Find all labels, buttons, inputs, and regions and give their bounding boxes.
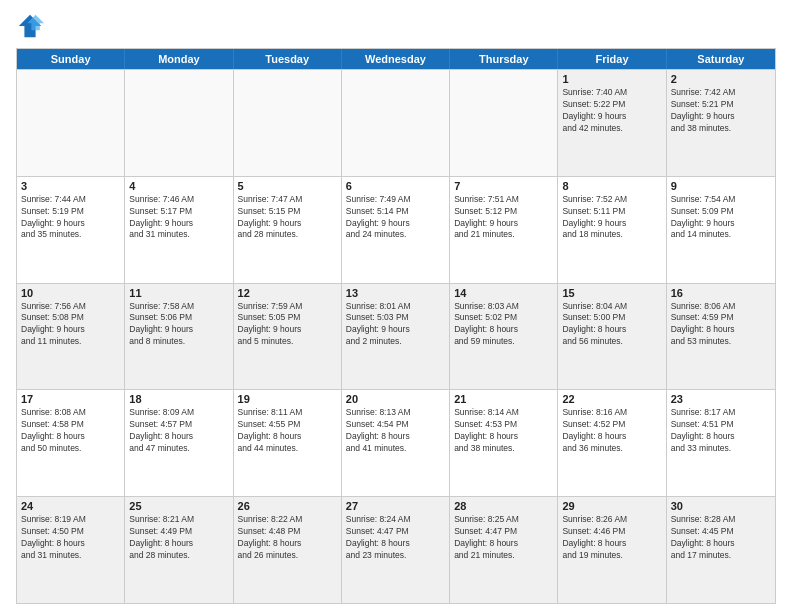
- calendar-cell: [125, 70, 233, 176]
- day-number: 17: [21, 393, 120, 405]
- calendar-cell: 19Sunrise: 8:11 AM Sunset: 4:55 PM Dayli…: [234, 390, 342, 496]
- calendar-cell: 9Sunrise: 7:54 AM Sunset: 5:09 PM Daylig…: [667, 177, 775, 283]
- day-info: Sunrise: 7:58 AM Sunset: 5:06 PM Dayligh…: [129, 301, 228, 349]
- day-number: 14: [454, 287, 553, 299]
- calendar-cell: 21Sunrise: 8:14 AM Sunset: 4:53 PM Dayli…: [450, 390, 558, 496]
- day-info: Sunrise: 8:26 AM Sunset: 4:46 PM Dayligh…: [562, 514, 661, 562]
- day-number: 11: [129, 287, 228, 299]
- calendar-row-4: 17Sunrise: 8:08 AM Sunset: 4:58 PM Dayli…: [17, 389, 775, 496]
- day-info: Sunrise: 7:52 AM Sunset: 5:11 PM Dayligh…: [562, 194, 661, 242]
- day-info: Sunrise: 8:08 AM Sunset: 4:58 PM Dayligh…: [21, 407, 120, 455]
- calendar-cell: 3Sunrise: 7:44 AM Sunset: 5:19 PM Daylig…: [17, 177, 125, 283]
- day-number: 2: [671, 73, 771, 85]
- day-info: Sunrise: 7:54 AM Sunset: 5:09 PM Dayligh…: [671, 194, 771, 242]
- day-number: 18: [129, 393, 228, 405]
- calendar-cell: 6Sunrise: 7:49 AM Sunset: 5:14 PM Daylig…: [342, 177, 450, 283]
- day-info: Sunrise: 7:49 AM Sunset: 5:14 PM Dayligh…: [346, 194, 445, 242]
- calendar-cell: 4Sunrise: 7:46 AM Sunset: 5:17 PM Daylig…: [125, 177, 233, 283]
- calendar-cell: 16Sunrise: 8:06 AM Sunset: 4:59 PM Dayli…: [667, 284, 775, 390]
- day-info: Sunrise: 8:24 AM Sunset: 4:47 PM Dayligh…: [346, 514, 445, 562]
- day-number: 15: [562, 287, 661, 299]
- calendar-cell: 25Sunrise: 8:21 AM Sunset: 4:49 PM Dayli…: [125, 497, 233, 603]
- day-number: 16: [671, 287, 771, 299]
- day-number: 6: [346, 180, 445, 192]
- day-info: Sunrise: 8:13 AM Sunset: 4:54 PM Dayligh…: [346, 407, 445, 455]
- day-info: Sunrise: 8:28 AM Sunset: 4:45 PM Dayligh…: [671, 514, 771, 562]
- calendar-cell: 17Sunrise: 8:08 AM Sunset: 4:58 PM Dayli…: [17, 390, 125, 496]
- header-day-saturday: Saturday: [667, 49, 775, 69]
- calendar-body: 1Sunrise: 7:40 AM Sunset: 5:22 PM Daylig…: [17, 69, 775, 603]
- day-info: Sunrise: 7:46 AM Sunset: 5:17 PM Dayligh…: [129, 194, 228, 242]
- day-number: 24: [21, 500, 120, 512]
- calendar-cell: 1Sunrise: 7:40 AM Sunset: 5:22 PM Daylig…: [558, 70, 666, 176]
- day-number: 30: [671, 500, 771, 512]
- calendar-cell: 22Sunrise: 8:16 AM Sunset: 4:52 PM Dayli…: [558, 390, 666, 496]
- day-info: Sunrise: 7:47 AM Sunset: 5:15 PM Dayligh…: [238, 194, 337, 242]
- logo: [16, 12, 48, 40]
- calendar-cell: 23Sunrise: 8:17 AM Sunset: 4:51 PM Dayli…: [667, 390, 775, 496]
- day-info: Sunrise: 7:59 AM Sunset: 5:05 PM Dayligh…: [238, 301, 337, 349]
- header-day-tuesday: Tuesday: [234, 49, 342, 69]
- calendar-row-3: 10Sunrise: 7:56 AM Sunset: 5:08 PM Dayli…: [17, 283, 775, 390]
- day-number: 19: [238, 393, 337, 405]
- calendar-cell: 7Sunrise: 7:51 AM Sunset: 5:12 PM Daylig…: [450, 177, 558, 283]
- day-number: 8: [562, 180, 661, 192]
- calendar-cell: 10Sunrise: 7:56 AM Sunset: 5:08 PM Dayli…: [17, 284, 125, 390]
- day-number: 1: [562, 73, 661, 85]
- calendar-cell: 28Sunrise: 8:25 AM Sunset: 4:47 PM Dayli…: [450, 497, 558, 603]
- calendar-cell: 20Sunrise: 8:13 AM Sunset: 4:54 PM Dayli…: [342, 390, 450, 496]
- day-info: Sunrise: 8:03 AM Sunset: 5:02 PM Dayligh…: [454, 301, 553, 349]
- day-number: 10: [21, 287, 120, 299]
- day-info: Sunrise: 8:04 AM Sunset: 5:00 PM Dayligh…: [562, 301, 661, 349]
- calendar-cell: 8Sunrise: 7:52 AM Sunset: 5:11 PM Daylig…: [558, 177, 666, 283]
- calendar-cell: 29Sunrise: 8:26 AM Sunset: 4:46 PM Dayli…: [558, 497, 666, 603]
- calendar-cell: 15Sunrise: 8:04 AM Sunset: 5:00 PM Dayli…: [558, 284, 666, 390]
- day-number: 23: [671, 393, 771, 405]
- header-day-friday: Friday: [558, 49, 666, 69]
- day-number: 27: [346, 500, 445, 512]
- header-day-wednesday: Wednesday: [342, 49, 450, 69]
- calendar-cell: 26Sunrise: 8:22 AM Sunset: 4:48 PM Dayli…: [234, 497, 342, 603]
- calendar-header: SundayMondayTuesdayWednesdayThursdayFrid…: [17, 49, 775, 69]
- calendar-cell: [342, 70, 450, 176]
- day-number: 29: [562, 500, 661, 512]
- page: SundayMondayTuesdayWednesdayThursdayFrid…: [0, 0, 792, 612]
- day-number: 13: [346, 287, 445, 299]
- day-info: Sunrise: 8:19 AM Sunset: 4:50 PM Dayligh…: [21, 514, 120, 562]
- day-info: Sunrise: 8:17 AM Sunset: 4:51 PM Dayligh…: [671, 407, 771, 455]
- calendar-cell: 14Sunrise: 8:03 AM Sunset: 5:02 PM Dayli…: [450, 284, 558, 390]
- calendar-cell: 5Sunrise: 7:47 AM Sunset: 5:15 PM Daylig…: [234, 177, 342, 283]
- calendar-cell: 12Sunrise: 7:59 AM Sunset: 5:05 PM Dayli…: [234, 284, 342, 390]
- day-info: Sunrise: 8:01 AM Sunset: 5:03 PM Dayligh…: [346, 301, 445, 349]
- day-info: Sunrise: 7:42 AM Sunset: 5:21 PM Dayligh…: [671, 87, 771, 135]
- day-number: 7: [454, 180, 553, 192]
- day-info: Sunrise: 7:56 AM Sunset: 5:08 PM Dayligh…: [21, 301, 120, 349]
- day-info: Sunrise: 7:51 AM Sunset: 5:12 PM Dayligh…: [454, 194, 553, 242]
- day-number: 28: [454, 500, 553, 512]
- calendar: SundayMondayTuesdayWednesdayThursdayFrid…: [16, 48, 776, 604]
- day-info: Sunrise: 8:14 AM Sunset: 4:53 PM Dayligh…: [454, 407, 553, 455]
- day-number: 22: [562, 393, 661, 405]
- day-number: 26: [238, 500, 337, 512]
- day-info: Sunrise: 7:40 AM Sunset: 5:22 PM Dayligh…: [562, 87, 661, 135]
- day-info: Sunrise: 8:06 AM Sunset: 4:59 PM Dayligh…: [671, 301, 771, 349]
- logo-icon: [16, 12, 44, 40]
- calendar-cell: 13Sunrise: 8:01 AM Sunset: 5:03 PM Dayli…: [342, 284, 450, 390]
- day-number: 20: [346, 393, 445, 405]
- day-number: 3: [21, 180, 120, 192]
- day-info: Sunrise: 8:11 AM Sunset: 4:55 PM Dayligh…: [238, 407, 337, 455]
- calendar-cell: 27Sunrise: 8:24 AM Sunset: 4:47 PM Dayli…: [342, 497, 450, 603]
- header-day-sunday: Sunday: [17, 49, 125, 69]
- header-day-monday: Monday: [125, 49, 233, 69]
- calendar-cell: [234, 70, 342, 176]
- day-info: Sunrise: 8:22 AM Sunset: 4:48 PM Dayligh…: [238, 514, 337, 562]
- day-number: 9: [671, 180, 771, 192]
- calendar-cell: [17, 70, 125, 176]
- calendar-row-2: 3Sunrise: 7:44 AM Sunset: 5:19 PM Daylig…: [17, 176, 775, 283]
- day-number: 5: [238, 180, 337, 192]
- calendar-cell: 11Sunrise: 7:58 AM Sunset: 5:06 PM Dayli…: [125, 284, 233, 390]
- calendar-row-1: 1Sunrise: 7:40 AM Sunset: 5:22 PM Daylig…: [17, 69, 775, 176]
- calendar-cell: 24Sunrise: 8:19 AM Sunset: 4:50 PM Dayli…: [17, 497, 125, 603]
- day-info: Sunrise: 8:21 AM Sunset: 4:49 PM Dayligh…: [129, 514, 228, 562]
- calendar-cell: [450, 70, 558, 176]
